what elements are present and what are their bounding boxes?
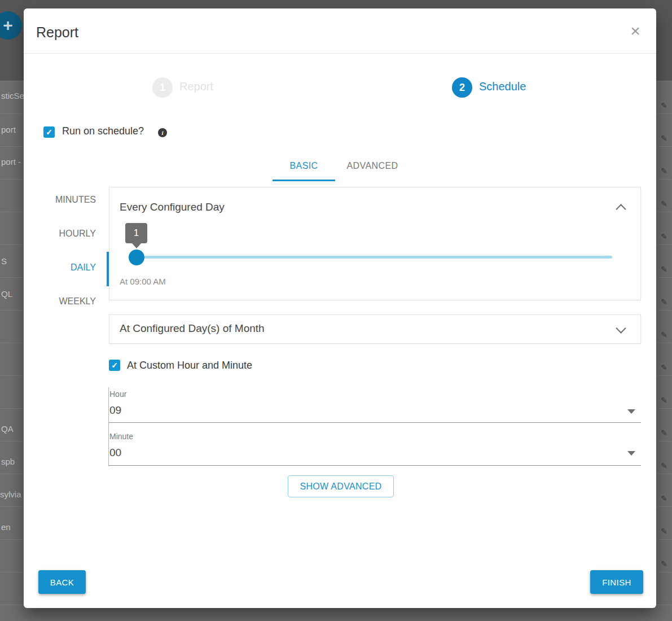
edit-pencil-icon: ✎ (661, 187, 667, 220)
edit-pencil-icon: ✎ (661, 384, 667, 417)
bg-row-label: port - (1, 156, 21, 168)
edit-pencil-icon: ✎ (661, 122, 667, 155)
edit-pencil-icon: ✎ (661, 89, 667, 122)
bg-row-label: sticSe (1, 90, 24, 102)
step-number: 2 (452, 77, 472, 98)
edit-pencil-icon: ✎ (661, 417, 667, 449)
schedule-type-daily[interactable]: DAILY (29, 263, 96, 273)
bg-row-label: spb (1, 456, 15, 467)
bg-row-label: en (1, 522, 11, 533)
schedule-type-minutes[interactable]: MINUTES (29, 195, 96, 205)
tab-advanced[interactable]: ADVANCED (343, 161, 402, 171)
hour-select-value[interactable]: 09 (109, 404, 121, 417)
edit-pencil-icon: ✎ (661, 155, 667, 187)
edit-pencil-icon: ✎ (661, 351, 667, 384)
step-schedule[interactable]: 2 Schedule (452, 77, 472, 98)
bg-row-label: QL (1, 288, 12, 300)
day-slider-track[interactable] (137, 256, 612, 259)
day-slider-handle[interactable] (129, 250, 144, 265)
bg-row-label: sylvia (0, 489, 21, 500)
run-on-schedule-label: Run on schedule? (62, 125, 144, 137)
edit-pencil-icon: ✎ (661, 286, 667, 318)
checkmark-icon: ✓ (111, 361, 118, 370)
minute-field-label: Minute (109, 432, 133, 441)
modal-title: Report (36, 24, 78, 41)
step-label: Schedule (479, 80, 526, 93)
bg-row-label: port (1, 124, 16, 135)
finish-button[interactable]: FINISH (590, 570, 643, 594)
edit-pencil-icon: ✎ (661, 220, 667, 253)
every-configured-day-panel[interactable]: Every Configured Day 1 At 09:00 AM (109, 187, 641, 300)
minute-select-caret-icon[interactable] (627, 451, 635, 456)
chevron-up-icon (616, 204, 626, 214)
edit-pencil-icon: ✎ (661, 548, 667, 580)
schedule-type-weekly[interactable]: WEEKLY (29, 296, 96, 307)
run-on-schedule-checkbox[interactable]: ✓ (43, 126, 55, 138)
edit-pencil-icon: ✎ (661, 515, 667, 548)
custom-hour-minute-checkbox[interactable]: ✓ (109, 360, 120, 371)
edit-pencil-icon: ✎ (661, 318, 667, 351)
edit-pencil-icon: ✎ (661, 482, 667, 515)
hour-select-caret-icon[interactable] (627, 409, 635, 414)
modal-header: Report × (24, 8, 656, 54)
active-tab-underline (273, 180, 335, 181)
step-report[interactable]: 1 Report (152, 77, 173, 98)
slider-caption: At 09:00 AM (120, 277, 166, 286)
bg-row-label: QA (1, 423, 14, 435)
chevron-down-icon (616, 323, 626, 333)
hour-field-underline (109, 422, 641, 423)
info-icon[interactable]: i (158, 128, 167, 137)
step-number: 1 (152, 77, 173, 98)
report-modal: Report × 1 Report 2 Schedule ✓ Run on sc… (24, 8, 656, 608)
edit-pencil-icon: ✎ (661, 253, 667, 286)
bg-row-label: S (1, 256, 7, 267)
checkmark-icon: ✓ (46, 128, 52, 137)
panel-title: Every Configured Day (120, 201, 225, 213)
slider-value-tooltip: 1 (125, 223, 147, 243)
custom-hour-minute-label: At Custom Hour and Minute (127, 360, 252, 371)
back-button[interactable]: BACK (38, 570, 86, 594)
minute-field-underline (109, 465, 641, 466)
fields-left-border (108, 387, 109, 466)
minute-select-value[interactable]: 00 (109, 447, 121, 459)
edit-pencil-icon: ✎ (661, 449, 667, 482)
schedule-type-hourly[interactable]: HOURLY (29, 229, 96, 239)
step-label: Report (179, 80, 213, 93)
hour-field-label: Hour (109, 390, 126, 399)
panel-title: At Configured Day(s) of Month (120, 322, 265, 335)
configured-days-of-month-panel[interactable]: At Configured Day(s) of Month (109, 314, 641, 344)
show-advanced-button[interactable]: SHOW ADVANCED (288, 475, 394, 497)
tab-basic[interactable]: BASIC (273, 161, 335, 171)
background-edit-icons: ✎✎✎✎✎✎✎✎✎✎✎✎✎✎✎ (661, 89, 667, 580)
close-icon[interactable]: × (626, 22, 644, 40)
